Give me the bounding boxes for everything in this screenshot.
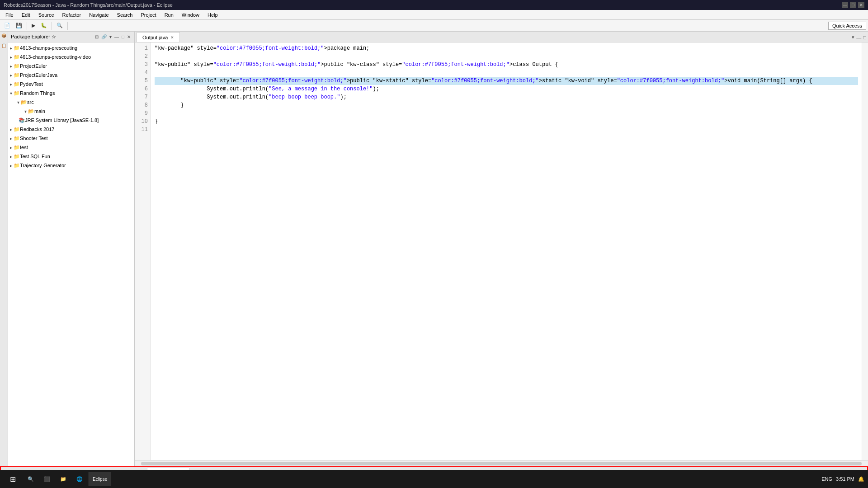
- tree-item-projecteulerjava[interactable]: ▸ 📁 ProjectEulerJava: [8, 70, 134, 80]
- browser-btn[interactable]: 🌐: [72, 472, 87, 486]
- debug-button[interactable]: 🐛: [38, 21, 49, 30]
- tree-folder-icon: 📁: [14, 127, 20, 132]
- tree-item-src[interactable]: ▾ 📂 src: [8, 98, 134, 107]
- tree-item-randomthings[interactable]: ▾ 📁 Random Things: [8, 89, 134, 98]
- tree-item-redbacks2017[interactable]: ▸ 📁 Redbacks 2017: [8, 125, 134, 134]
- tree-item-label: Shooter Test: [20, 136, 48, 141]
- tree-item-label: 4613-champs-prescouting: [20, 45, 77, 51]
- task-view-btn[interactable]: ⬛: [40, 472, 54, 486]
- menu-item-project[interactable]: Project: [137, 11, 160, 19]
- tree-item-label: ProjectEuler: [20, 63, 47, 69]
- scroll-thumb[interactable]: [141, 462, 862, 465]
- line-number-6: 6: [135, 85, 151, 93]
- tree-item-jresystemlibrary[interactable]: 📚 JRE System Library [JavaSE-1.8]: [8, 116, 134, 125]
- package-explorer-title: Package Explorer ☆: [11, 34, 92, 40]
- toolbar: 📄 💾 ▶ 🐛 🔍 Quick Access: [0, 20, 868, 32]
- eclipse-taskbar-btn[interactable]: Eclipse: [89, 472, 111, 486]
- left-strip: 📦 📋: [0, 32, 8, 466]
- tree-expand-icon: ▸: [10, 46, 12, 51]
- menu-item-navigate[interactable]: Navigate: [85, 11, 112, 19]
- system-tray: ENG 3:51 PM 🔔: [821, 476, 864, 482]
- close-button[interactable]: ✕: [858, 2, 864, 8]
- run-button[interactable]: ▶: [29, 21, 38, 30]
- code-editor[interactable]: 1234567891011 "kw-package" style="color:…: [135, 42, 868, 460]
- tree-item-test[interactable]: ▸ 📁 test: [8, 143, 134, 152]
- pe-close-btn[interactable]: ✕: [126, 34, 132, 40]
- tree-expand-icon: ▸: [10, 136, 12, 141]
- tree-expand-icon: ▸: [10, 154, 12, 159]
- tree-item-label: 4613-champs-prescouting-video: [20, 54, 91, 60]
- tree-item-label: Random Things: [20, 90, 55, 96]
- code-content[interactable]: "kw-package" style="color:#7f0055;font-w…: [151, 42, 862, 460]
- pe-max-btn[interactable]: □: [121, 34, 125, 40]
- menu-item-run[interactable]: Run: [161, 11, 177, 19]
- editor-min-btn[interactable]: —: [856, 35, 861, 40]
- line-number-9: 9: [135, 109, 151, 117]
- tree-expand-icon: ▸: [10, 64, 12, 69]
- line-number-4: 4: [135, 69, 151, 77]
- editor-max-btn[interactable]: □: [863, 35, 866, 40]
- maximize-button[interactable]: □: [850, 2, 856, 8]
- tree-item-testsqlfun[interactable]: ▸ 📁 Test SQL Fun: [8, 152, 134, 161]
- toolbar-sep-1: [27, 22, 27, 30]
- tree-item-trajectorygenerator[interactable]: ▸ 📁 Trajectory-Generator: [8, 161, 134, 170]
- save-button[interactable]: 💾: [14, 21, 24, 30]
- menu-item-window[interactable]: Window: [178, 11, 203, 19]
- tree-item-label: Trajectory-Generator: [20, 163, 66, 168]
- tree-folder-icon: 📚: [19, 117, 25, 123]
- task-icon[interactable]: 📋: [1, 43, 7, 50]
- search-button[interactable]: 🔍: [54, 21, 65, 30]
- tree-item-4613-champs-prescouting-video[interactable]: ▸ 📁 4613-champs-prescouting-video: [8, 52, 134, 61]
- line-number-8: 8: [135, 101, 151, 109]
- code-line-8: }: [155, 101, 858, 109]
- tree-expand-icon: ▸: [10, 82, 12, 87]
- tree-item-shootertest[interactable]: ▸ 📁 Shooter Test: [8, 134, 134, 143]
- tree-item-label: src: [27, 99, 34, 105]
- menu-item-search[interactable]: Search: [113, 11, 137, 19]
- notification-icon[interactable]: 🔔: [858, 476, 864, 482]
- tree-expand-icon: ▾: [24, 109, 27, 114]
- pe-icon[interactable]: 📦: [1, 33, 7, 40]
- start-button[interactable]: ⊞: [4, 472, 22, 486]
- line-number-2: 2: [135, 52, 151, 61]
- tree-expand-icon: ▾: [10, 91, 12, 96]
- editor-tab-output-java[interactable]: Output.java ✕: [137, 32, 180, 42]
- window-controls: — □ ✕: [842, 2, 864, 8]
- file-explorer-btn[interactable]: 📁: [56, 472, 71, 486]
- tree-expand-icon: ▸: [10, 127, 12, 132]
- pe-link-btn[interactable]: 🔗: [100, 34, 108, 40]
- menu-item-edit[interactable]: Edit: [18, 11, 34, 19]
- new-button[interactable]: 📄: [2, 21, 13, 30]
- tree-item-pydevtest[interactable]: ▸ 📁 PydevTest: [8, 80, 134, 89]
- horizontal-scrollbar[interactable]: [135, 460, 868, 466]
- tab-list-icon[interactable]: ▾: [852, 34, 854, 40]
- pe-toolbar: ⊟ 🔗 ▾ — □ ✕: [94, 34, 132, 40]
- tree-item-4613-champs-prescouting[interactable]: ▸ 📁 4613-champs-prescouting: [8, 43, 134, 52]
- menu-item-file[interactable]: File: [2, 11, 17, 19]
- search-taskbar-btn[interactable]: 🔍: [24, 472, 38, 486]
- tab-label: Output.java: [142, 35, 168, 40]
- pe-collapse-btn[interactable]: ⊟: [94, 34, 99, 40]
- main-area: 📦 📋 Package Explorer ☆ ⊟ 🔗 ▾ — □ ✕ ▸ 📁 4…: [0, 32, 868, 466]
- pe-menu-btn[interactable]: ▾: [108, 34, 113, 40]
- menu-item-source[interactable]: Source: [35, 11, 58, 19]
- tree-item-label: ProjectEulerJava: [20, 72, 57, 78]
- pe-min-btn[interactable]: —: [113, 34, 120, 40]
- tree-item-label: Redbacks 2017: [20, 127, 54, 132]
- tree-folder-icon: 📁: [14, 163, 20, 169]
- tree-item-main[interactable]: ▾ 📂 main: [8, 107, 134, 116]
- taskbar: ⊞ 🔍 ⬛ 📁 🌐 Eclipse ENG 3:51 PM 🔔: [0, 470, 868, 488]
- tree-folder-icon: 📁: [14, 54, 20, 60]
- tree-item-projecteuler[interactable]: ▸ 📁 ProjectEuler: [8, 61, 134, 70]
- tree-folder-icon: 📁: [14, 136, 20, 141]
- code-line-10: }: [155, 117, 858, 126]
- menu-item-help[interactable]: Help: [204, 11, 222, 19]
- menu-item-refactor[interactable]: Refactor: [59, 11, 85, 19]
- tree-expand-icon: ▸: [10, 73, 12, 78]
- quick-access-button[interactable]: Quick Access: [828, 22, 866, 30]
- toolbar-sep-2: [52, 22, 52, 30]
- tab-close-icon[interactable]: ✕: [170, 35, 174, 40]
- tree-folder-icon: 📁: [14, 81, 20, 87]
- minimize-button[interactable]: —: [842, 2, 848, 8]
- titlebar: Robotics2017Season - Java - Random Thing…: [0, 0, 868, 10]
